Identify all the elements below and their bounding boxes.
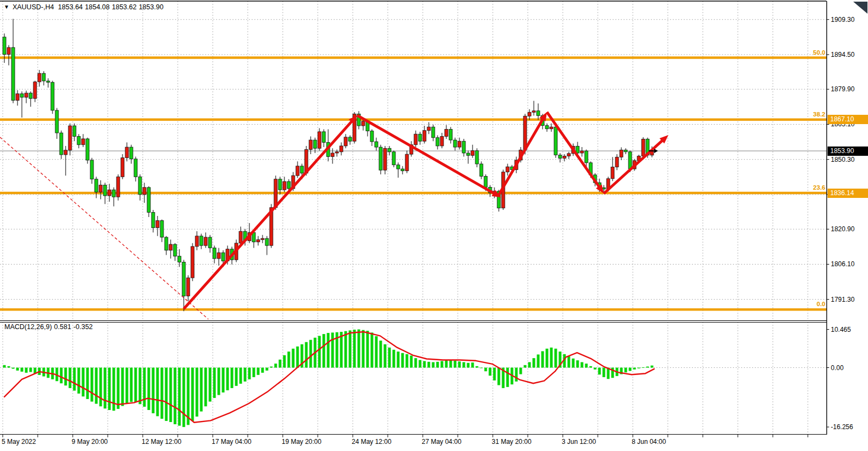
macd-histogram-bar [283, 355, 286, 368]
candle-body [322, 132, 325, 143]
macd-histogram-bar [183, 368, 185, 427]
macd-histogram-bar [590, 366, 592, 368]
macd-histogram-bar [152, 368, 155, 414]
macd-histogram-bar [445, 360, 448, 367]
candle-body [60, 133, 63, 155]
macd-histogram-bar [498, 368, 500, 385]
macd-histogram-bar [331, 332, 334, 367]
macd-histogram-bar [73, 368, 76, 391]
candle-body [86, 139, 89, 160]
macd-histogram-bar [471, 362, 474, 367]
candle-body [313, 140, 317, 148]
candle-body [3, 37, 6, 55]
candle-body [77, 137, 80, 145]
fib-level-label: 50.0 [813, 49, 825, 56]
macd-histogram-bar [450, 360, 452, 367]
candle-body [480, 164, 483, 177]
macd-histogram-bar [353, 330, 356, 367]
macd-histogram-bar [209, 368, 212, 402]
candle-body [278, 179, 282, 190]
macd-histogram-bar [528, 362, 531, 367]
macd-histogram-bar [200, 368, 203, 412]
macd-histogram-bar [428, 362, 430, 368]
macd-histogram-bar [537, 354, 540, 367]
candle-body [558, 155, 562, 158]
macd-histogram-bar [585, 364, 588, 367]
macd-histogram-bar [541, 351, 544, 367]
macd-histogram-bar [489, 368, 492, 376]
ohlc-close: 1853.90 [139, 3, 164, 11]
chart-canvas[interactable] [0, 0, 868, 451]
candle-body [432, 127, 435, 138]
macd-histogram-bar [646, 366, 649, 367]
macd-histogram-bar [345, 331, 347, 368]
candle-body [38, 73, 41, 82]
time-tick-label: 9 May 20:00 [72, 438, 108, 446]
candle-body [208, 237, 212, 248]
macd-histogram-bar [253, 368, 255, 377]
candle-body [436, 138, 439, 146]
candle-body [296, 166, 299, 175]
candle-body [7, 48, 10, 55]
macd-histogram-bar [235, 368, 238, 386]
time-tick-label: 17 May 04:00 [212, 438, 252, 446]
macd-histogram-bar [406, 354, 409, 368]
expand-arrow-icon[interactable]: ▼ [4, 4, 9, 10]
macd-histogram-bar [629, 368, 632, 371]
candle-body [239, 231, 242, 243]
macd-histogram-bar [480, 368, 483, 368]
price-tick-label: 1806.10 [831, 260, 854, 268]
candle-body [46, 81, 50, 83]
candle-body [375, 142, 378, 147]
candle-body [112, 190, 115, 197]
candle-body [620, 150, 623, 157]
candle-body [169, 244, 172, 250]
candle-body [528, 112, 531, 116]
macd-histogram-bar [12, 368, 15, 369]
macd-histogram-bar [362, 330, 365, 368]
candle-body [195, 236, 199, 247]
macd-histogram-bar [520, 368, 522, 374]
macd-histogram-bar [91, 368, 94, 402]
macd-histogram-bar [78, 368, 80, 394]
candle-body [25, 93, 28, 97]
macd-histogram-bar [550, 348, 553, 368]
macd-histogram-bar [638, 368, 640, 368]
macd-histogram-bar [292, 349, 295, 368]
macd-indicator-label: MACD(12,26,9)0.581-0.352 [4, 323, 95, 331]
macd-histogram-bar [65, 368, 67, 386]
macd-histogram-bar [349, 330, 352, 367]
candle-body [265, 238, 269, 245]
macd-histogram-bar [143, 368, 146, 407]
price-tick-label: 1909.30 [831, 16, 854, 24]
macd-histogram-bar [533, 358, 535, 367]
candle-body [200, 236, 203, 245]
candle-body [440, 137, 444, 146]
candle-body [628, 152, 632, 169]
macd-histogram-bar [375, 336, 378, 367]
candle-body [16, 93, 19, 100]
macd-histogram-bar [546, 349, 549, 368]
candle-body [414, 134, 417, 145]
time-tick-label: 24 May 12:00 [352, 438, 392, 446]
candle-body [257, 239, 260, 242]
time-tick-label: 31 May 20:00 [492, 438, 532, 446]
candle-body [147, 188, 150, 213]
macd-histogram-bar [30, 368, 32, 372]
time-tick-label: 19 May 20:00 [282, 438, 322, 446]
symbol-timeframe-label: XAUUSD-,H4 [13, 3, 54, 11]
candle-body [73, 126, 76, 137]
macd-histogram-bar [148, 368, 150, 410]
macd-histogram-bar [218, 368, 220, 395]
candle-body [90, 160, 94, 179]
fib-level-label: 23.6 [813, 184, 825, 191]
candle-body [138, 177, 142, 195]
candle-body [81, 139, 85, 145]
candle-body [222, 253, 225, 261]
candle-body [11, 48, 15, 101]
macd-histogram-bar [205, 368, 207, 407]
candle-body [611, 167, 614, 179]
candle-body [42, 73, 45, 81]
macd-histogram-bar [397, 352, 400, 367]
macd-histogram-bar [506, 368, 509, 387]
